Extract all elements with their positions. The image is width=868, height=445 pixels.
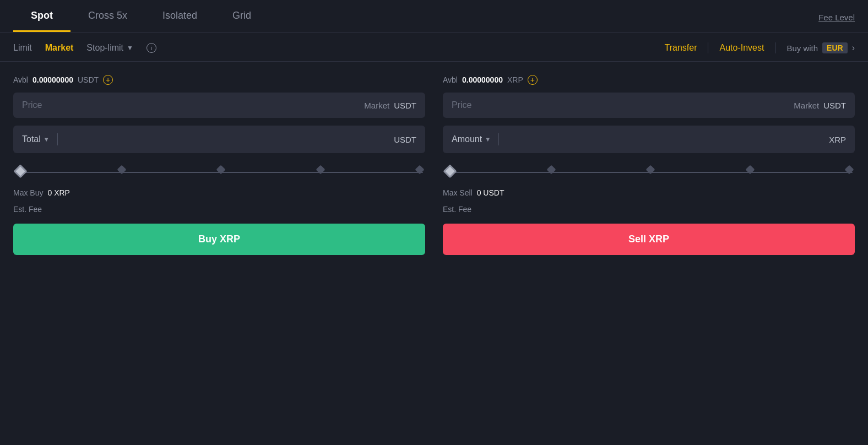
sell-amount-currency: XRP xyxy=(829,135,846,144)
sell-max-value: 0 USDT xyxy=(477,188,504,197)
divider-2 xyxy=(775,42,775,53)
buy-slider-dot-50[interactable] xyxy=(216,165,226,175)
buy-avbl-value: 0.00000000 xyxy=(32,75,73,84)
auto-invest-button[interactable]: Auto-Invest xyxy=(719,43,764,53)
sell-button[interactable]: Sell XRP xyxy=(443,224,855,255)
sell-price-right: Market USDT xyxy=(794,101,846,110)
order-type-market[interactable]: Market xyxy=(45,43,74,53)
order-type-stop-limit[interactable]: Stop-limit ▼ xyxy=(86,43,133,53)
buy-add-icon[interactable]: + xyxy=(103,75,113,85)
sell-price-field[interactable]: Price Market USDT xyxy=(443,93,855,118)
fee-level-link[interactable]: Fee Level xyxy=(818,13,855,32)
sell-amount-field[interactable]: Amount ▼ XRP xyxy=(443,126,855,153)
buy-avbl-label: Avbl xyxy=(13,75,28,84)
buy-slider-dot-25[interactable] xyxy=(117,165,126,175)
right-actions: Transfer Auto-Invest Buy with EUR › xyxy=(664,42,855,53)
tab-isolated[interactable]: Isolated xyxy=(145,0,215,32)
sell-slider-dot-100[interactable] xyxy=(845,165,854,175)
tab-cross5x[interactable]: Cross 5x xyxy=(70,0,145,32)
sell-avbl-row: Avbl 0.00000000 XRP + xyxy=(443,75,855,85)
buy-max-label: Max Buy xyxy=(13,188,43,197)
buy-avbl-currency: USDT xyxy=(78,75,99,84)
sell-slider-dot-25[interactable] xyxy=(546,165,556,175)
stop-limit-label: Stop-limit xyxy=(86,43,123,53)
tab-spot[interactable]: Spot xyxy=(13,0,70,32)
divider-1 xyxy=(708,42,708,53)
buy-total-chevron-icon: ▼ xyxy=(44,136,50,143)
sell-slider-dot-75[interactable] xyxy=(745,165,755,175)
buy-max-row: Max Buy 0 XRP xyxy=(13,188,425,197)
sell-amount-label[interactable]: Amount ▼ xyxy=(452,134,491,144)
buy-price-currency: USDT xyxy=(394,101,416,110)
buy-max-value: 0 XRP xyxy=(47,188,69,197)
buy-total-currency: USDT xyxy=(394,135,416,144)
order-type-bar: Limit Market Stop-limit ▼ i Transfer Aut… xyxy=(0,32,868,62)
sell-avbl-value: 0.00000000 xyxy=(462,75,503,84)
buy-with-row[interactable]: Buy with EUR › xyxy=(786,42,855,53)
tab-grid[interactable]: Grid xyxy=(215,0,269,32)
trading-area: Avbl 0.00000000 USDT + Price Market USDT… xyxy=(0,62,868,268)
buy-price-placeholder: Price xyxy=(22,100,360,110)
sell-slider-dots xyxy=(445,166,853,176)
buy-button[interactable]: Buy XRP xyxy=(13,224,425,255)
sell-est-fee-row: Est. Fee xyxy=(443,205,855,214)
sell-max-label: Max Sell xyxy=(443,188,473,197)
sell-price-market: Market xyxy=(794,101,819,110)
buy-slider[interactable] xyxy=(13,161,425,181)
sell-panel: Avbl 0.00000000 XRP + Price Market USDT … xyxy=(443,75,855,255)
sell-amount-chevron-icon: ▼ xyxy=(485,136,491,143)
stop-limit-chevron-icon: ▼ xyxy=(127,44,133,52)
sell-max-row: Max Sell 0 USDT xyxy=(443,188,855,197)
sell-price-currency: USDT xyxy=(823,101,846,110)
buy-price-field[interactable]: Price Market USDT xyxy=(13,93,425,118)
sell-amount-divider xyxy=(498,133,499,145)
trading-container: Spot Cross 5x Isolated Grid Fee Level Li… xyxy=(0,0,868,268)
buy-slider-thumb[interactable] xyxy=(13,164,27,178)
buy-est-fee-row: Est. Fee xyxy=(13,205,425,214)
info-icon[interactable]: i xyxy=(147,43,156,53)
buy-with-currency: EUR xyxy=(822,42,848,53)
sell-avbl-currency: XRP xyxy=(507,75,523,84)
sell-price-placeholder: Price xyxy=(452,100,789,110)
buy-total-field[interactable]: Total ▼ USDT xyxy=(13,126,425,153)
buy-with-label: Buy with xyxy=(786,44,818,53)
sell-slider-thumb[interactable] xyxy=(443,164,457,178)
sell-slider[interactable] xyxy=(443,161,855,181)
buy-slider-dot-75[interactable] xyxy=(316,165,325,175)
buy-total-label[interactable]: Total ▼ xyxy=(22,134,50,144)
buy-total-text: Total xyxy=(22,134,41,144)
buy-price-right: Market USDT xyxy=(364,101,416,110)
buy-with-chevron-icon: › xyxy=(852,43,855,53)
sell-slider-dot-50[interactable] xyxy=(646,165,655,175)
tab-bar: Spot Cross 5x Isolated Grid Fee Level xyxy=(0,0,868,32)
buy-slider-dot-100[interactable] xyxy=(415,165,425,175)
sell-avbl-label: Avbl xyxy=(443,75,458,84)
buy-total-divider xyxy=(57,133,58,145)
buy-slider-dots xyxy=(15,166,423,176)
sell-amount-text: Amount xyxy=(452,134,482,144)
sell-add-icon[interactable]: + xyxy=(528,75,538,85)
buy-panel: Avbl 0.00000000 USDT + Price Market USDT… xyxy=(13,75,425,255)
buy-price-market: Market xyxy=(364,101,389,110)
transfer-button[interactable]: Transfer xyxy=(664,43,697,53)
order-type-limit[interactable]: Limit xyxy=(13,43,32,53)
buy-avbl-row: Avbl 0.00000000 USDT + xyxy=(13,75,425,85)
